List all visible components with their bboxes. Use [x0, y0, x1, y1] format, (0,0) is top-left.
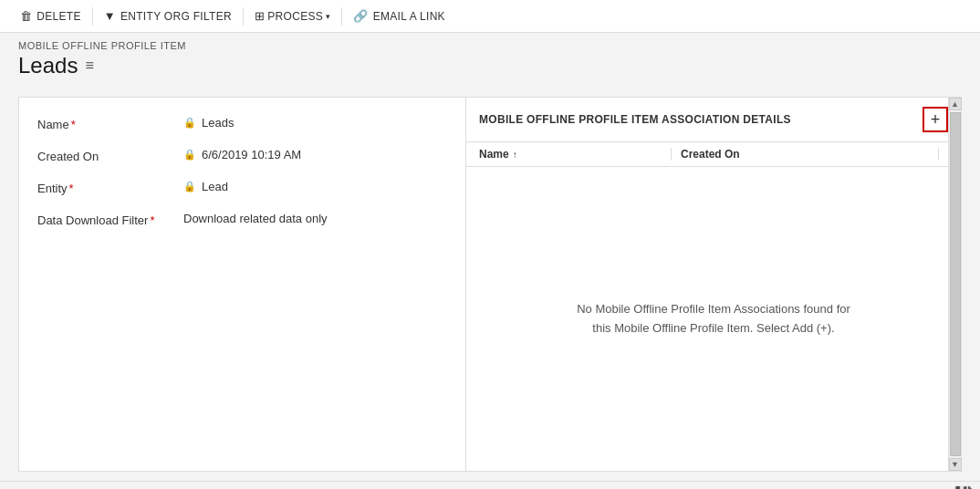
- lock-icon-name: 🔒: [183, 117, 196, 129]
- process-button[interactable]: ⊞ PROCESS ▾: [244, 0, 341, 32]
- label-filter: Data Download Filter*: [37, 212, 183, 227]
- value-filter: Download related data only: [183, 212, 328, 225]
- email-link-button[interactable]: 🔗 EMAIL A LINK: [342, 0, 456, 32]
- process-label: PROCESS: [267, 10, 323, 23]
- filter-label: ENTITY ORG FILTER: [120, 10, 232, 23]
- main-toolbar: 🗑 DELETE ▼ ENTITY ORG FILTER ⊞ PROCESS ▾…: [0, 0, 980, 33]
- scrollbar[interactable]: ▲ ▼: [948, 98, 961, 471]
- value-name: 🔒 Leads: [183, 116, 234, 130]
- page-header: MOBILE OFFLINE PROFILE ITEM Leads ≡: [0, 33, 980, 88]
- form-row-name: Name* 🔒 Leads: [37, 116, 447, 131]
- required-name: *: [71, 118, 76, 131]
- scroll-thumb[interactable]: [950, 112, 961, 456]
- page-title-row: Leads ≡: [18, 53, 962, 78]
- association-panel: MOBILE OFFLINE PROFILE ITEM ASSOCIATION …: [466, 98, 961, 471]
- assoc-title: MOBILE OFFLINE PROFILE ITEM ASSOCIATION …: [479, 113, 791, 126]
- page-subtitle: MOBILE OFFLINE PROFILE ITEM: [18, 40, 962, 51]
- add-association-button[interactable]: +: [923, 107, 948, 132]
- page-title-text: Leads: [18, 53, 78, 78]
- value-created: 🔒 6/6/2019 10:19 AM: [183, 148, 301, 161]
- panels-wrapper: Name* 🔒 Leads Created On 🔒 6/6/2019 10:1…: [18, 97, 962, 472]
- content-area: Name* 🔒 Leads Created On 🔒 6/6/2019 10:1…: [0, 88, 980, 481]
- process-icon: ⊞: [255, 9, 265, 23]
- save-icon[interactable]: 💾: [954, 485, 973, 489]
- required-entity: *: [69, 182, 74, 195]
- assoc-header: MOBILE OFFLINE PROFILE ITEM ASSOCIATION …: [466, 98, 961, 142]
- col-header-name: Name ↑: [479, 148, 662, 161]
- label-name: Name*: [37, 116, 183, 131]
- value-entity: 🔒 Lead: [183, 180, 228, 193]
- bottom-bar: 💾: [0, 481, 980, 489]
- sort-arrow-name[interactable]: ↑: [513, 150, 517, 160]
- email-label: EMAIL A LINK: [373, 10, 445, 23]
- col-divider-2: [938, 148, 939, 161]
- page-menu-icon[interactable]: ≡: [85, 57, 93, 74]
- form-row-filter: Data Download Filter* Download related d…: [37, 212, 447, 227]
- scroll-up-arrow[interactable]: ▲: [949, 98, 962, 110]
- label-created: Created On: [37, 148, 183, 163]
- trash-icon: 🗑: [20, 9, 32, 23]
- lock-icon-created: 🔒: [183, 149, 196, 161]
- assoc-table-header: Name ↑ Created On: [466, 142, 961, 167]
- form-row-created: Created On 🔒 6/6/2019 10:19 AM: [37, 148, 447, 163]
- label-entity: Entity*: [37, 180, 183, 195]
- scroll-down-arrow[interactable]: ▼: [949, 458, 962, 471]
- empty-message: No Mobile Offline Profile Item Associati…: [577, 300, 850, 338]
- entity-org-filter-button[interactable]: ▼ ENTITY ORG FILTER: [93, 0, 243, 32]
- empty-state: No Mobile Offline Profile Item Associati…: [466, 167, 961, 471]
- col-header-created: Created On: [681, 148, 929, 161]
- delete-button[interactable]: 🗑 DELETE: [9, 0, 92, 32]
- delete-label: DELETE: [36, 10, 80, 23]
- lock-icon-entity: 🔒: [183, 181, 196, 192]
- filter-icon: ▼: [104, 9, 116, 23]
- form-panel: Name* 🔒 Leads Created On 🔒 6/6/2019 10:1…: [19, 98, 466, 471]
- col-divider: [671, 148, 672, 161]
- form-row-entity: Entity* 🔒 Lead: [37, 180, 447, 195]
- required-filter: *: [150, 213, 154, 227]
- process-dropdown-arrow: ▾: [326, 12, 330, 21]
- email-icon: 🔗: [353, 9, 368, 23]
